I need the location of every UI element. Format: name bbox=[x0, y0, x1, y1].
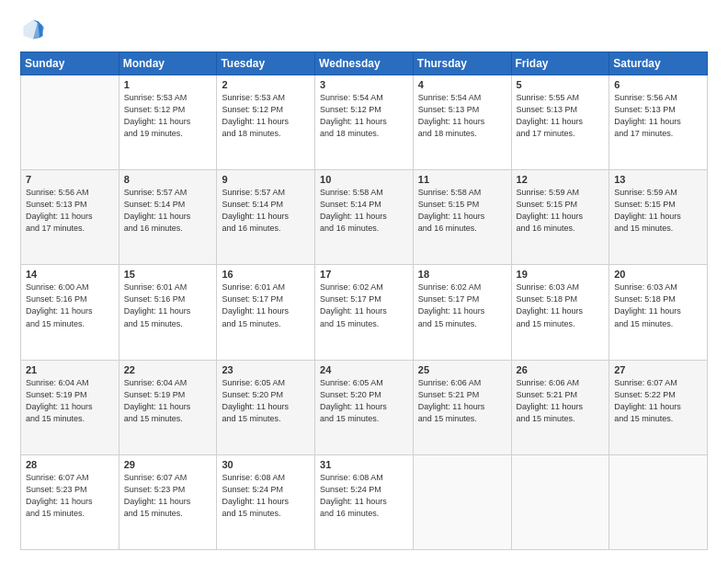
day-number: 19 bbox=[517, 269, 605, 280]
day-info: Sunrise: 6:03 AM Sunset: 5:18 PM Dayligh… bbox=[517, 282, 605, 329]
day-info: Sunrise: 6:05 AM Sunset: 5:20 PM Dayligh… bbox=[320, 377, 408, 425]
calendar-cell: 3Sunrise: 5:54 AM Sunset: 5:12 PM Daylig… bbox=[315, 75, 414, 170]
calendar-cell: 22Sunrise: 6:04 AM Sunset: 5:19 PM Dayli… bbox=[119, 360, 217, 454]
calendar-cell: 29Sunrise: 6:07 AM Sunset: 5:23 PM Dayli… bbox=[119, 454, 217, 549]
day-number: 18 bbox=[418, 269, 506, 280]
calendar-cell: 7Sunrise: 5:56 AM Sunset: 5:13 PM Daylig… bbox=[21, 170, 119, 265]
day-number: 1 bbox=[124, 79, 212, 90]
calendar-cell: 8Sunrise: 5:57 AM Sunset: 5:14 PM Daylig… bbox=[119, 170, 217, 265]
day-number: 16 bbox=[222, 269, 310, 280]
day-info: Sunrise: 6:03 AM Sunset: 5:18 PM Dayligh… bbox=[614, 282, 702, 329]
day-number: 27 bbox=[614, 364, 702, 375]
calendar-cell: 1Sunrise: 5:53 AM Sunset: 5:12 PM Daylig… bbox=[119, 75, 217, 170]
col-header-wednesday: Wednesday bbox=[315, 52, 414, 75]
calendar-cell: 15Sunrise: 6:01 AM Sunset: 5:16 PM Dayli… bbox=[119, 265, 217, 360]
day-number: 24 bbox=[320, 364, 408, 375]
day-info: Sunrise: 6:07 AM Sunset: 5:23 PM Dayligh… bbox=[124, 472, 212, 520]
calendar-cell bbox=[21, 75, 119, 170]
day-number: 8 bbox=[124, 174, 212, 185]
calendar-cell: 23Sunrise: 6:05 AM Sunset: 5:20 PM Dayli… bbox=[217, 360, 315, 454]
calendar-cell: 17Sunrise: 6:02 AM Sunset: 5:17 PM Dayli… bbox=[315, 265, 414, 360]
day-number: 17 bbox=[320, 269, 408, 280]
calendar-cell: 27Sunrise: 6:07 AM Sunset: 5:22 PM Dayli… bbox=[609, 360, 708, 454]
day-number: 20 bbox=[614, 269, 702, 280]
day-number: 10 bbox=[320, 174, 408, 185]
day-info: Sunrise: 5:56 AM Sunset: 5:13 PM Dayligh… bbox=[614, 92, 702, 140]
logo bbox=[20, 17, 50, 42]
day-number: 23 bbox=[222, 364, 310, 375]
day-info: Sunrise: 6:00 AM Sunset: 5:16 PM Dayligh… bbox=[26, 282, 114, 329]
day-info: Sunrise: 6:05 AM Sunset: 5:20 PM Dayligh… bbox=[222, 377, 310, 425]
col-header-tuesday: Tuesday bbox=[217, 52, 315, 75]
calendar-cell: 12Sunrise: 5:59 AM Sunset: 5:15 PM Dayli… bbox=[511, 170, 609, 265]
day-info: Sunrise: 6:07 AM Sunset: 5:23 PM Dayligh… bbox=[26, 472, 114, 520]
calendar-cell: 10Sunrise: 5:58 AM Sunset: 5:14 PM Dayli… bbox=[315, 170, 414, 265]
day-info: Sunrise: 5:56 AM Sunset: 5:13 PM Dayligh… bbox=[26, 187, 114, 235]
day-info: Sunrise: 6:08 AM Sunset: 5:24 PM Dayligh… bbox=[222, 472, 310, 520]
day-number: 6 bbox=[614, 79, 702, 90]
day-info: Sunrise: 6:04 AM Sunset: 5:19 PM Dayligh… bbox=[26, 377, 114, 425]
calendar-header-row: SundayMondayTuesdayWednesdayThursdayFrid… bbox=[21, 52, 708, 75]
calendar-cell: 25Sunrise: 6:06 AM Sunset: 5:21 PM Dayli… bbox=[413, 360, 511, 454]
day-info: Sunrise: 6:06 AM Sunset: 5:21 PM Dayligh… bbox=[517, 377, 605, 425]
day-number: 12 bbox=[517, 174, 605, 185]
day-info: Sunrise: 6:06 AM Sunset: 5:21 PM Dayligh… bbox=[418, 377, 506, 425]
day-number: 29 bbox=[124, 459, 212, 470]
calendar-cell: 11Sunrise: 5:58 AM Sunset: 5:15 PM Dayli… bbox=[413, 170, 511, 265]
calendar-cell: 9Sunrise: 5:57 AM Sunset: 5:14 PM Daylig… bbox=[217, 170, 315, 265]
calendar-cell: 13Sunrise: 5:59 AM Sunset: 5:15 PM Dayli… bbox=[609, 170, 708, 265]
day-info: Sunrise: 5:54 AM Sunset: 5:13 PM Dayligh… bbox=[418, 92, 506, 140]
day-info: Sunrise: 6:01 AM Sunset: 5:16 PM Dayligh… bbox=[124, 282, 212, 329]
day-info: Sunrise: 5:54 AM Sunset: 5:12 PM Dayligh… bbox=[320, 92, 408, 140]
col-header-thursday: Thursday bbox=[413, 52, 511, 75]
col-header-saturday: Saturday bbox=[609, 52, 708, 75]
logo-icon bbox=[20, 17, 46, 42]
day-info: Sunrise: 6:02 AM Sunset: 5:17 PM Dayligh… bbox=[418, 282, 506, 329]
day-info: Sunrise: 5:53 AM Sunset: 5:12 PM Dayligh… bbox=[222, 92, 310, 140]
calendar-week-row: 14Sunrise: 6:00 AM Sunset: 5:16 PM Dayli… bbox=[21, 265, 708, 360]
day-info: Sunrise: 5:53 AM Sunset: 5:12 PM Dayligh… bbox=[124, 92, 212, 140]
day-info: Sunrise: 6:04 AM Sunset: 5:19 PM Dayligh… bbox=[124, 377, 212, 425]
day-number: 28 bbox=[26, 459, 114, 470]
calendar-cell bbox=[413, 454, 511, 549]
calendar-cell: 28Sunrise: 6:07 AM Sunset: 5:23 PM Dayli… bbox=[21, 454, 119, 549]
calendar-cell: 24Sunrise: 6:05 AM Sunset: 5:20 PM Dayli… bbox=[315, 360, 414, 454]
day-number: 2 bbox=[222, 79, 310, 90]
calendar-table: SundayMondayTuesdayWednesdayThursdayFrid… bbox=[20, 52, 708, 550]
day-number: 31 bbox=[320, 459, 408, 470]
calendar-week-row: 28Sunrise: 6:07 AM Sunset: 5:23 PM Dayli… bbox=[21, 454, 708, 549]
col-header-friday: Friday bbox=[511, 52, 609, 75]
day-info: Sunrise: 5:59 AM Sunset: 5:15 PM Dayligh… bbox=[614, 187, 702, 235]
day-info: Sunrise: 5:57 AM Sunset: 5:14 PM Dayligh… bbox=[222, 187, 310, 235]
calendar-cell: 19Sunrise: 6:03 AM Sunset: 5:18 PM Dayli… bbox=[511, 265, 609, 360]
page: SundayMondayTuesdayWednesdayThursdayFrid… bbox=[0, 0, 728, 563]
calendar-cell: 6Sunrise: 5:56 AM Sunset: 5:13 PM Daylig… bbox=[609, 75, 708, 170]
calendar-cell: 2Sunrise: 5:53 AM Sunset: 5:12 PM Daylig… bbox=[217, 75, 315, 170]
calendar-week-row: 7Sunrise: 5:56 AM Sunset: 5:13 PM Daylig… bbox=[21, 170, 708, 265]
calendar-cell: 20Sunrise: 6:03 AM Sunset: 5:18 PM Dayli… bbox=[609, 265, 708, 360]
day-info: Sunrise: 6:02 AM Sunset: 5:17 PM Dayligh… bbox=[320, 282, 408, 329]
day-number: 9 bbox=[222, 174, 310, 185]
day-number: 5 bbox=[517, 79, 605, 90]
calendar-cell: 26Sunrise: 6:06 AM Sunset: 5:21 PM Dayli… bbox=[511, 360, 609, 454]
calendar-cell bbox=[511, 454, 609, 549]
calendar-cell: 5Sunrise: 5:55 AM Sunset: 5:13 PM Daylig… bbox=[511, 75, 609, 170]
calendar-cell bbox=[609, 454, 708, 549]
calendar-week-row: 1Sunrise: 5:53 AM Sunset: 5:12 PM Daylig… bbox=[21, 75, 708, 170]
calendar-cell: 30Sunrise: 6:08 AM Sunset: 5:24 PM Dayli… bbox=[217, 454, 315, 549]
calendar-cell: 31Sunrise: 6:08 AM Sunset: 5:24 PM Dayli… bbox=[315, 454, 414, 549]
day-number: 4 bbox=[418, 79, 506, 90]
day-number: 3 bbox=[320, 79, 408, 90]
calendar-cell: 16Sunrise: 6:01 AM Sunset: 5:17 PM Dayli… bbox=[217, 265, 315, 360]
calendar-week-row: 21Sunrise: 6:04 AM Sunset: 5:19 PM Dayli… bbox=[21, 360, 708, 454]
header bbox=[20, 17, 708, 42]
day-number: 13 bbox=[614, 174, 702, 185]
day-info: Sunrise: 5:57 AM Sunset: 5:14 PM Dayligh… bbox=[124, 187, 212, 235]
day-number: 30 bbox=[222, 459, 310, 470]
day-number: 25 bbox=[418, 364, 506, 375]
col-header-sunday: Sunday bbox=[21, 52, 119, 75]
day-number: 11 bbox=[418, 174, 506, 185]
day-number: 7 bbox=[26, 174, 114, 185]
calendar-cell: 14Sunrise: 6:00 AM Sunset: 5:16 PM Dayli… bbox=[21, 265, 119, 360]
day-info: Sunrise: 5:59 AM Sunset: 5:15 PM Dayligh… bbox=[517, 187, 605, 235]
